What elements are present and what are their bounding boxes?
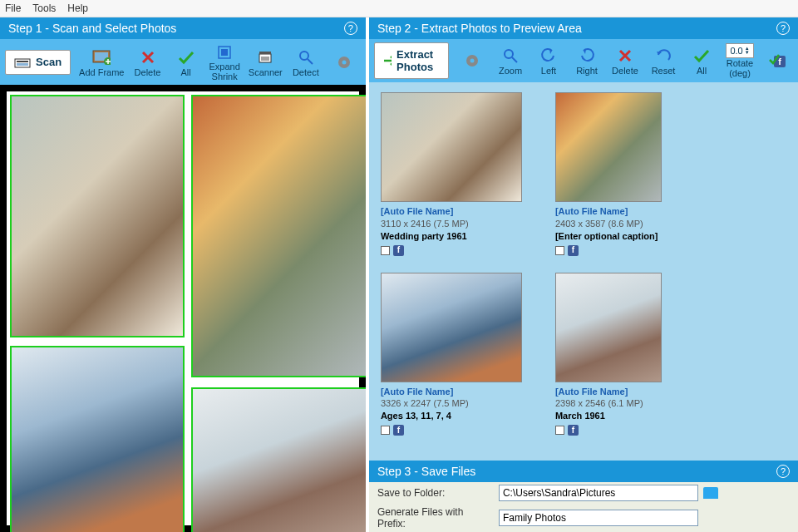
svg-rect-10 xyxy=(261,57,269,61)
caption-field[interactable]: [Enter optional caption] xyxy=(555,230,697,243)
menu-help[interactable]: Help xyxy=(67,2,88,14)
folder-browse-icon[interactable] xyxy=(703,487,718,499)
svg-point-16 xyxy=(505,50,513,58)
scanner-config-icon xyxy=(258,50,273,65)
caption-field[interactable]: March 1961 xyxy=(555,410,697,422)
help-icon[interactable]: ? xyxy=(776,465,790,478)
scan-button-label: Scan xyxy=(36,56,62,68)
settings-2-button[interactable] xyxy=(457,51,487,71)
step2-title: Step 2 - Extract Photos to Preview Area xyxy=(377,22,582,35)
pane-step1: Step 1 - Scan and Select Photos ? Scan A… xyxy=(0,17,366,532)
check-all-icon xyxy=(693,48,710,63)
step3-title: Step 3 - Save Files xyxy=(377,465,475,478)
scanner-icon xyxy=(14,56,31,69)
select-all-button[interactable]: All xyxy=(171,47,201,77)
select-checkbox[interactable] xyxy=(555,426,564,435)
svg-point-11 xyxy=(300,52,308,60)
reset-button[interactable]: Reset xyxy=(648,46,678,76)
select-all-preview-button[interactable]: All xyxy=(687,46,717,76)
extract-button[interactable]: Extract Photos xyxy=(374,42,449,79)
save-to-input[interactable] xyxy=(499,485,698,501)
caption-field[interactable]: Ages 13, 11, 7, 4 xyxy=(381,410,522,422)
facebook-button[interactable]: f xyxy=(763,51,793,71)
save-to-label: Save to Folder: xyxy=(377,487,494,499)
check-all-icon xyxy=(178,50,195,65)
menu-bar: File Tools Help xyxy=(0,0,798,17)
scan-frame-2[interactable] xyxy=(191,95,366,377)
select-checkbox[interactable] xyxy=(381,426,390,435)
rotate-left-button[interactable]: Left xyxy=(534,46,564,76)
undo-icon xyxy=(655,48,672,63)
step2-toolbar: Extract Photos Zoom Left Right Delete xyxy=(369,39,798,82)
menu-tools[interactable]: Tools xyxy=(32,2,56,14)
auto-filename[interactable]: [Auto File Name] xyxy=(381,386,522,398)
preview-item[interactable]: [Auto File Name] 2403 x 3587 (8.6 MP) [E… xyxy=(555,92,697,256)
preview-area: [Auto File Name] 3110 x 2416 (7.5 MP) We… xyxy=(369,82,798,461)
gear-icon xyxy=(337,55,352,70)
rotate-right-icon xyxy=(579,47,595,64)
rotate-value: 0.0 xyxy=(730,46,742,56)
preview-thumb[interactable] xyxy=(555,273,662,382)
menu-file[interactable]: File xyxy=(5,2,21,14)
scan-frame-1[interactable] xyxy=(10,95,185,337)
scan-button[interactable]: Scan xyxy=(5,50,71,75)
settings-button[interactable] xyxy=(329,52,359,72)
help-icon[interactable]: ? xyxy=(776,22,790,35)
svg-rect-2 xyxy=(17,63,28,66)
select-checkbox[interactable] xyxy=(381,246,390,255)
svg-point-15 xyxy=(470,59,475,63)
svg-text:f: f xyxy=(778,57,781,66)
prefix-input[interactable] xyxy=(499,510,698,526)
auto-filename[interactable]: [Auto File Name] xyxy=(555,386,697,398)
spinner-icon[interactable]: ▲▼ xyxy=(745,47,750,55)
facebook-icon[interactable]: f xyxy=(568,425,579,436)
extract-button-label: Extract Photos xyxy=(397,48,440,73)
select-checkbox[interactable] xyxy=(555,246,564,255)
delete-icon xyxy=(140,50,155,65)
scan-canvas[interactable] xyxy=(0,85,366,532)
svg-point-13 xyxy=(342,60,346,64)
step1-title: Step 1 - Scan and Select Photos xyxy=(8,22,176,35)
preview-thumb[interactable] xyxy=(555,92,662,202)
auto-filename[interactable]: [Auto File Name] xyxy=(555,205,697,218)
zoom-icon xyxy=(502,47,519,64)
scanner-config-button[interactable]: Scanner xyxy=(249,47,283,77)
svg-rect-9 xyxy=(259,52,271,54)
facebook-icon[interactable]: f xyxy=(393,245,404,256)
zoom-button[interactable]: Zoom xyxy=(495,46,525,76)
detect-button[interactable]: Detect xyxy=(291,47,321,77)
svg-rect-7 xyxy=(221,49,228,56)
rotate-right-button[interactable]: Right xyxy=(572,46,602,76)
preview-thumb[interactable] xyxy=(381,273,522,382)
dimensions-text: 3326 x 2247 (7.5 MP) xyxy=(381,397,522,410)
svg-rect-1 xyxy=(17,61,28,62)
help-icon[interactable]: ? xyxy=(344,22,357,35)
prefix-label: Generate Files with Prefix: xyxy=(377,506,494,530)
expand-shrink-button[interactable]: Expand Shrink xyxy=(209,42,240,81)
rotate-left-icon xyxy=(540,47,557,64)
add-frame-button[interactable]: Add Frame xyxy=(79,47,124,77)
preview-thumb[interactable] xyxy=(381,92,522,202)
step1-header: Step 1 - Scan and Select Photos ? xyxy=(0,17,366,39)
facebook-icon[interactable]: f xyxy=(393,425,404,436)
facebook-check-icon: f xyxy=(769,52,787,69)
preview-item[interactable]: [Auto File Name] 3110 x 2416 (7.5 MP) We… xyxy=(381,92,522,256)
arrow-right-icon xyxy=(383,56,392,66)
gear-icon xyxy=(465,53,480,68)
scan-frame-4[interactable] xyxy=(191,387,366,532)
pane-step2: Step 2 - Extract Photos to Preview Area … xyxy=(369,17,798,532)
scan-frame-3[interactable] xyxy=(10,346,185,532)
preview-item[interactable]: [Auto File Name] 2398 x 2546 (6.1 MP) Ma… xyxy=(555,273,697,436)
delete-button[interactable]: Delete xyxy=(133,47,163,77)
delete-preview-button[interactable]: Delete xyxy=(610,46,640,76)
dimensions-text: 2398 x 2546 (6.1 MP) xyxy=(555,397,697,410)
auto-filename[interactable]: [Auto File Name] xyxy=(381,205,522,218)
dimensions-text: 2403 x 3587 (8.6 MP) xyxy=(555,218,697,230)
pane-step3: Step 3 - Save Files ? Save to Folder: Ge… xyxy=(369,461,798,532)
step1-toolbar: Scan Add Frame Delete All Expand Shrink xyxy=(0,39,366,85)
preview-item[interactable]: [Auto File Name] 3326 x 2247 (7.5 MP) Ag… xyxy=(381,273,522,436)
rotate-deg-control[interactable]: 0.0 ▲▼ Rotate (deg) xyxy=(725,43,755,78)
step3-header: Step 3 - Save Files ? xyxy=(369,461,798,482)
caption-field[interactable]: Wedding party 1961 xyxy=(381,230,522,243)
facebook-icon[interactable]: f xyxy=(568,245,579,256)
